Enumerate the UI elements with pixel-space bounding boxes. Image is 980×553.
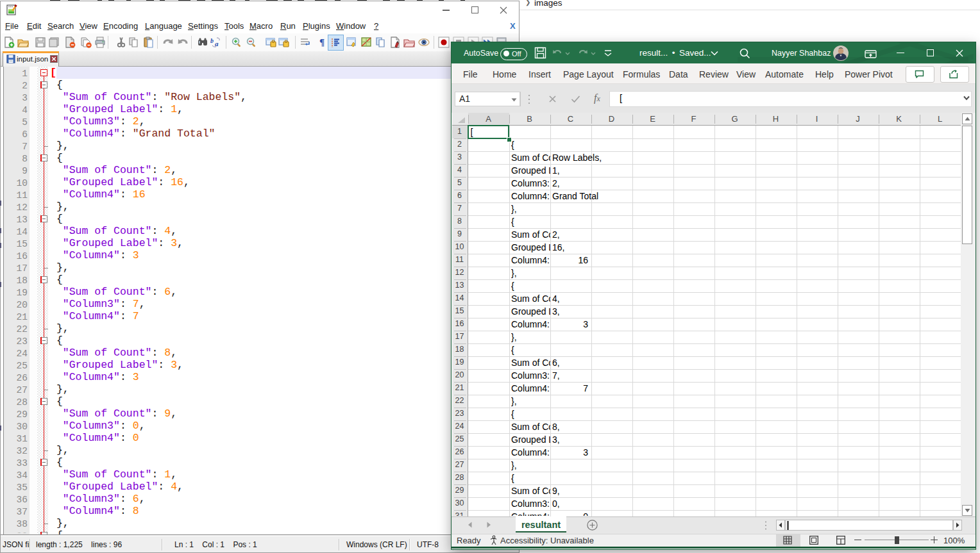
svg-text:¶: ¶ <box>319 37 325 47</box>
svg-text:b: b <box>210 37 214 44</box>
svg-text:a: a <box>215 40 219 47</box>
